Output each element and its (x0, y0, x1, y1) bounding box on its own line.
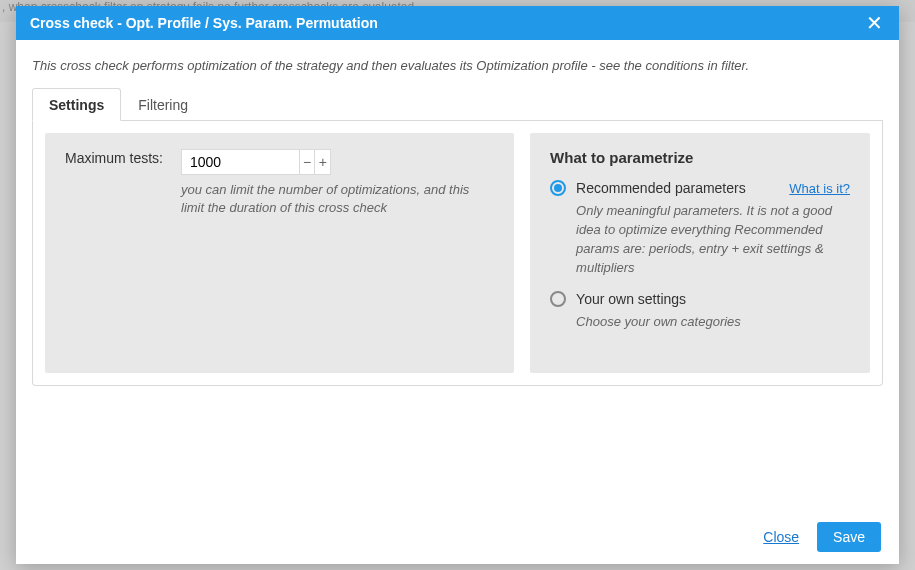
save-button[interactable]: Save (817, 522, 881, 552)
max-tests-label: Maximum tests: (65, 149, 165, 217)
modal-title: Cross check - Opt. Profile / Sys. Param.… (30, 15, 378, 31)
modal-header: Cross check - Opt. Profile / Sys. Param.… (16, 6, 899, 40)
max-tests-spinner: − + (181, 149, 331, 175)
radio-recommended-label[interactable]: Recommended parameters (576, 180, 746, 196)
radio-own[interactable] (550, 291, 566, 307)
close-button[interactable]: Close (763, 529, 799, 545)
settings-right-pane: What to parametrize Recommended paramete… (530, 133, 870, 373)
modal-body: This cross check performs optimization o… (16, 40, 899, 446)
radio-own-label[interactable]: Your own settings (576, 291, 686, 307)
spinner-increment-icon[interactable]: + (314, 150, 330, 174)
spinner-decrement-icon[interactable]: − (299, 150, 315, 174)
recommended-help: Only meaningful parameters. It is not a … (576, 202, 850, 277)
modal-footer: Close Save (16, 510, 899, 564)
tab-bar: Settings Filtering (32, 87, 883, 121)
parametrize-heading: What to parametrize (550, 149, 850, 166)
settings-panel: Maximum tests: − + you can limit the num… (32, 121, 883, 386)
radio-recommended[interactable] (550, 180, 566, 196)
max-tests-help: you can limit the number of optimization… (181, 181, 494, 217)
own-help: Choose your own categories (576, 313, 850, 332)
tab-settings[interactable]: Settings (32, 88, 121, 121)
settings-left-pane: Maximum tests: − + you can limit the num… (45, 133, 514, 373)
modal-description: This cross check performs optimization o… (32, 58, 883, 73)
what-is-it-link[interactable]: What is it? (789, 181, 850, 196)
crosscheck-modal: Cross check - Opt. Profile / Sys. Param.… (16, 6, 899, 564)
tab-filtering[interactable]: Filtering (121, 88, 205, 121)
close-icon[interactable]: ✕ (864, 13, 885, 33)
max-tests-input[interactable] (182, 150, 299, 174)
